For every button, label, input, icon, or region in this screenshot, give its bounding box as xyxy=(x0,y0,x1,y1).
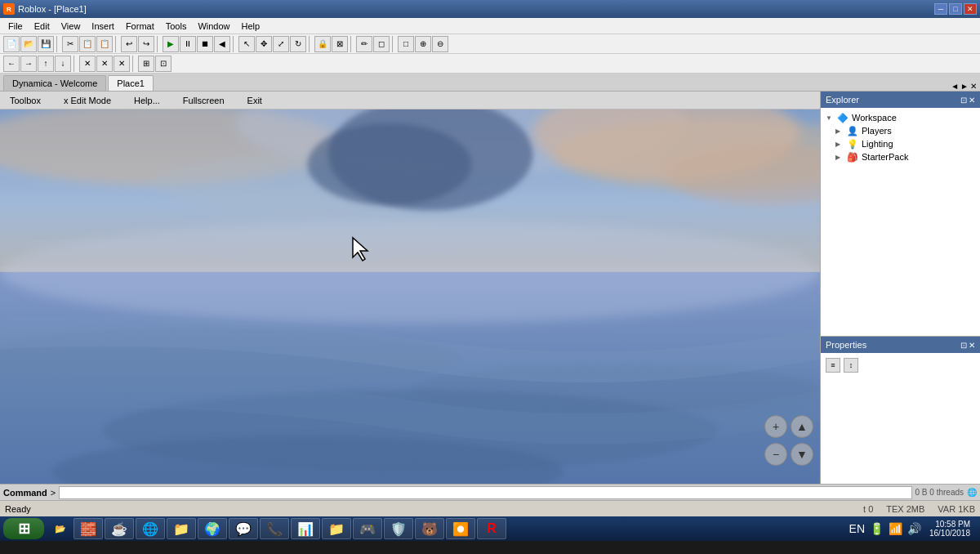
menu-help[interactable]: Help xyxy=(237,20,265,33)
edit-mode-button[interactable]: x Edit Mode xyxy=(60,94,114,107)
svg-point-6 xyxy=(308,123,472,205)
props-sort-btn[interactable]: ↕ xyxy=(844,358,858,373)
tab-prev[interactable]: ◄ xyxy=(951,82,959,91)
tb-pause[interactable]: ⏸ xyxy=(180,36,196,52)
tb-erase[interactable]: ◻ xyxy=(373,36,390,52)
menu-insert[interactable]: Insert xyxy=(87,20,119,33)
explorer-close[interactable]: ✕ xyxy=(969,96,975,105)
tb-paste[interactable]: 📋 xyxy=(96,36,113,52)
tb-select[interactable]: ↖ xyxy=(238,36,255,52)
menu-bar: File Edit View Insert Format Tools Windo… xyxy=(0,18,980,34)
taskbar-filezilla[interactable]: 📁 xyxy=(167,518,196,539)
nav-up-button[interactable]: ▲ xyxy=(791,415,813,438)
properties-close[interactable]: ✕ xyxy=(969,341,975,350)
tb2-move-down[interactable]: ↓ xyxy=(55,56,71,72)
taskbar-globe[interactable]: 🌍 xyxy=(198,518,227,539)
taskbar-chart[interactable]: 📊 xyxy=(291,518,320,539)
tb2-grid2[interactable]: ⊡ xyxy=(155,56,172,72)
taskbar-roblox2[interactable]: R xyxy=(477,518,506,539)
tb-redo[interactable]: ↪ xyxy=(138,36,154,52)
3d-viewport[interactable]: ▲ + ▼ − xyxy=(0,109,820,484)
taskbar-java[interactable]: ☕ xyxy=(105,518,134,539)
menu-file[interactable]: File xyxy=(3,20,28,33)
taskbar-bear[interactable]: 🐻 xyxy=(415,518,444,539)
taskbar-folder2[interactable]: 📁 xyxy=(322,518,351,539)
properties-panel-controls: ⊡ ✕ xyxy=(960,341,975,350)
menu-view[interactable]: View xyxy=(56,20,86,33)
tb2-snap-y[interactable]: ✕ xyxy=(96,56,113,72)
fullscreen-button[interactable]: Fullscreen xyxy=(180,94,228,107)
minimize-button[interactable]: ─ xyxy=(934,3,947,15)
tb-anchor[interactable]: 🔒 xyxy=(314,36,331,52)
toolbox-button[interactable]: Toolbox xyxy=(7,94,44,107)
tray-lang[interactable]: EN xyxy=(848,522,866,535)
tray-network[interactable]: 📶 xyxy=(887,522,904,535)
tb-play[interactable]: ▶ xyxy=(163,36,179,52)
close-button[interactable]: ✕ xyxy=(964,3,977,15)
tray-volume[interactable]: 🔊 xyxy=(906,522,923,535)
tb2-move-right[interactable]: → xyxy=(20,56,37,72)
properties-pin[interactable]: ⊡ xyxy=(960,341,967,350)
workspace-icon: 🔷 xyxy=(837,112,849,123)
tb-negate[interactable]: ⊖ xyxy=(432,36,448,52)
command-input[interactable] xyxy=(59,486,911,499)
tb-cut[interactable]: ✂ xyxy=(62,36,78,52)
tb2-snap-x[interactable]: ✕ xyxy=(79,56,96,72)
tb-intersect[interactable]: ⊕ xyxy=(415,36,431,52)
tab-place1[interactable]: Place1 xyxy=(108,75,154,91)
help-button[interactable]: Help... xyxy=(131,94,163,107)
menu-tools[interactable]: Tools xyxy=(161,20,192,33)
tb-undo[interactable]: ↩ xyxy=(121,36,137,52)
tb-rewind[interactable]: ◀ xyxy=(214,36,230,52)
tb2-snap-z[interactable]: ✕ xyxy=(114,56,130,72)
tb-scale[interactable]: ⤢ xyxy=(273,36,289,52)
explorer-pin[interactable]: ⊡ xyxy=(960,96,967,105)
tb-new[interactable]: 📄 xyxy=(3,36,20,52)
tb2-move-left[interactable]: ← xyxy=(3,56,20,72)
tb-open[interactable]: 📂 xyxy=(20,36,37,52)
menu-edit[interactable]: Edit xyxy=(29,20,55,33)
exit-button[interactable]: Exit xyxy=(244,94,265,107)
tb-collision[interactable]: ⊠ xyxy=(332,36,348,52)
start-button[interactable]: ⊞ xyxy=(3,518,44,539)
taskbar-game[interactable]: 🎮 xyxy=(353,518,382,539)
menu-format[interactable]: Format xyxy=(121,20,159,33)
tb-save[interactable]: 💾 xyxy=(38,36,54,52)
tree-item-starterpack[interactable]: ▶ 🎒 StarterPack xyxy=(824,150,977,163)
tb-union[interactable]: □ xyxy=(398,36,414,52)
maximize-button[interactable]: □ xyxy=(949,3,962,15)
nav-down-button[interactable]: ▼ xyxy=(791,443,813,466)
tb-copy[interactable]: 📋 xyxy=(79,36,96,52)
props-list-btn[interactable]: ≡ xyxy=(826,358,840,373)
tree-item-workspace[interactable]: ▼ 🔷 Workspace xyxy=(824,111,977,124)
taskbar-files[interactable]: 📂 xyxy=(49,518,72,539)
tb-move[interactable]: ✥ xyxy=(256,36,272,52)
tb-stop[interactable]: ⏹ xyxy=(197,36,213,52)
nav-zoom-out-button[interactable]: − xyxy=(764,443,787,466)
tray-battery[interactable]: 🔋 xyxy=(868,522,885,535)
tab-close[interactable]: ✕ xyxy=(970,82,977,91)
toolbar-1: 📄 📂 💾 ✂ 📋 📋 ↩ ↪ ▶ ⏸ ⏹ ◀ ↖ ✥ ⤢ ↻ 🔒 ⊠ ✏ ◻ … xyxy=(0,34,980,54)
starterpack-label: StarterPack xyxy=(862,152,908,162)
tree-item-lighting[interactable]: ▶ 💡 Lighting xyxy=(824,137,977,150)
tab-welcome[interactable]: Dynamica - Welcome xyxy=(3,75,106,91)
tb-draw[interactable]: ✏ xyxy=(356,36,372,52)
tb2-grid[interactable]: ⊞ xyxy=(138,56,154,72)
taskbar-skype[interactable]: 📞 xyxy=(260,518,289,539)
svg-point-15 xyxy=(0,221,820,324)
taskbar-shield[interactable]: 🛡️ xyxy=(384,518,413,539)
tb2-move-up[interactable]: ↑ xyxy=(38,56,54,72)
nav-zoom-in-button[interactable]: + xyxy=(764,415,787,438)
taskbar-browser[interactable]: 🌐 xyxy=(136,518,165,539)
taskbar-discord[interactable]: 💬 xyxy=(229,518,258,539)
tb2-sep1 xyxy=(74,56,77,72)
menu-window[interactable]: Window xyxy=(193,20,234,33)
tree-item-players[interactable]: ▶ 👤 Players xyxy=(824,124,977,137)
taskbar-record[interactable]: ⏺️ xyxy=(446,518,475,539)
status-var: VAR 1KB xyxy=(938,504,975,514)
tab-next[interactable]: ► xyxy=(960,82,969,91)
explorer-tree: ▼ 🔷 Workspace ▶ 👤 Players ▶ 💡 Lighting ▶… xyxy=(821,108,980,336)
explorer-panel-controls: ⊡ ✕ xyxy=(960,96,975,105)
tb-rotate[interactable]: ↻ xyxy=(290,36,306,52)
taskbar-roblox[interactable]: 🧱 xyxy=(74,518,103,539)
